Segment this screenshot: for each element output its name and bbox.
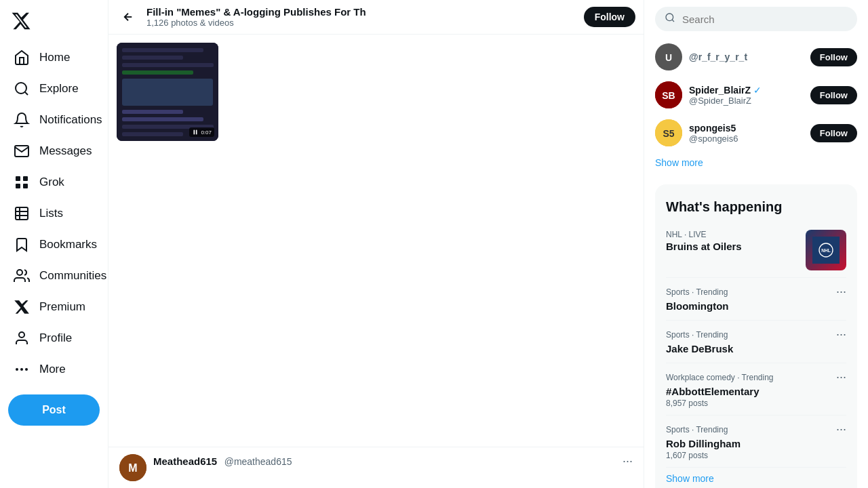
show-more-trending[interactable]: Show more (666, 468, 846, 488)
search-bar (655, 7, 857, 31)
user-info-sponge: spongeis5 @spongeis6 (689, 123, 804, 144)
svg-rect-4 (16, 184, 20, 188)
tweet-more-button[interactable]: ··· (623, 454, 633, 468)
svg-rect-6 (16, 207, 28, 220)
sidebar-item-bookmarks[interactable]: Bookmarks (3, 230, 105, 260)
gallery-image-item[interactable]: 0:07 (117, 43, 218, 141)
sidebar-profile-label: Profile (39, 331, 72, 345)
trending-count-4: 1,607 posts (666, 451, 846, 460)
person-icon (14, 330, 30, 346)
show-more-users[interactable]: Show more (655, 152, 857, 174)
sidebar-item-more[interactable]: More (3, 354, 105, 384)
nhl-thumbnail: NHL (806, 230, 846, 270)
trending-topic-3: #AbbottElementary (666, 386, 846, 397)
svg-text:S5: S5 (663, 128, 674, 139)
lists-icon (14, 205, 30, 222)
follow-button-0[interactable]: Follow (810, 48, 857, 66)
sidebar-item-profile[interactable]: Profile (3, 323, 105, 353)
home-icon (14, 49, 30, 66)
trending-meta-text-1: Sports · Trending (666, 287, 728, 297)
user-display-name-0: @r_f_r_y_r_t (689, 52, 747, 62)
x-logo[interactable] (0, 5, 108, 39)
tweet-avatar: M (119, 454, 146, 481)
sidebar-item-grok[interactable]: Grok (3, 167, 105, 197)
post-button[interactable]: Post (8, 394, 100, 426)
trending-item-4[interactable]: Sports · Trending ··· Rob Dillingham 1,6… (666, 415, 846, 468)
svg-text:M: M (128, 462, 137, 474)
left-sidebar: Home Explore Notifications Messages (0, 0, 108, 488)
user-avatar-spider: SB (655, 81, 682, 108)
user-info-spider: Spider_BlairZ ✓ @Spider_BlairZ (689, 85, 804, 106)
tweet-row: M Meathead615 @meathead615 ··· (108, 447, 644, 488)
svg-point-0 (16, 83, 26, 94)
suggested-user-spider: SB Spider_BlairZ ✓ @Spider_BlairZ Follow (655, 76, 857, 114)
sidebar-messages-label: Messages (39, 144, 92, 158)
gallery-image: 0:07 (117, 43, 218, 141)
gallery-header-text: Fill-in "Memes" & A-logging Publishes Fo… (146, 6, 577, 28)
sidebar-item-messages[interactable]: Messages (3, 136, 105, 166)
suggested-user-sponge: S5 spongeis5 @spongeis6 Follow (655, 114, 857, 152)
sidebar-more-label: More (39, 363, 66, 376)
gallery-subtitle: 1,126 photos & videos (146, 18, 577, 28)
sidebar-premium-label: Premium (39, 300, 85, 314)
trending-item-0[interactable]: NHL · LIVE Bruins at Oilers NHL (666, 223, 846, 278)
search-input[interactable] (682, 14, 848, 25)
gallery-content: 0:07 (108, 35, 644, 447)
svg-text:U: U (665, 52, 672, 63)
nhl-text: NHL · LIVE Bruins at Oilers (666, 230, 742, 253)
follow-button-sponge[interactable]: Follow (810, 124, 857, 142)
trending-item-2[interactable]: Sports · Trending ··· Jake DeBrusk (666, 321, 846, 363)
bookmark-icon (14, 237, 30, 253)
gallery-title: Fill-in "Memes" & A-logging Publishes Fo… (146, 6, 577, 18)
user-avatar-sponge: S5 (655, 119, 682, 146)
trending-item-3[interactable]: Workplace comedy · Trending ··· #AbbottE… (666, 363, 846, 415)
svg-point-11 (19, 332, 24, 338)
grok-icon (14, 174, 30, 190)
tweet-user-info: Meathead615 @meathead615 (153, 455, 292, 468)
sidebar-item-premium[interactable]: Premium (3, 292, 105, 322)
whats-happening-title: What's happening (666, 199, 846, 215)
trending-item-1[interactable]: Sports · Trending ··· Bloomington (666, 278, 846, 321)
trending-more-3[interactable]: ··· (836, 370, 846, 384)
svg-point-12 (20, 368, 23, 371)
trending-meta-0: NHL · LIVE (666, 230, 742, 239)
gallery-header: Fill-in "Memes" & A-logging Publishes Fo… (108, 0, 644, 35)
communities-icon (14, 268, 30, 284)
trending-more-2[interactable]: ··· (836, 327, 846, 342)
explore-icon (14, 81, 30, 97)
tweet-display-name: Meathead615 (153, 455, 217, 467)
back-button[interactable] (117, 5, 140, 28)
sidebar-item-explore[interactable]: Explore (3, 74, 105, 104)
sidebar-grok-label: Grok (39, 176, 64, 189)
trending-more-4[interactable]: ··· (836, 422, 846, 436)
sidebar-item-lists[interactable]: Lists (3, 199, 105, 228)
sidebar-item-notifications[interactable]: Notifications (3, 105, 105, 135)
sidebar-lists-label: Lists (39, 207, 63, 220)
svg-rect-2 (16, 176, 20, 181)
trending-meta-text-3: Workplace comedy · Trending (666, 373, 774, 382)
follow-button-spider[interactable]: Follow (810, 86, 857, 104)
user-handle-sponge: @spongeis6 (689, 134, 804, 144)
more-icon (14, 361, 30, 378)
bell-icon (14, 112, 30, 128)
trending-meta-text-4: Sports · Trending (666, 425, 728, 434)
sidebar-item-communities[interactable]: Communities (3, 261, 105, 291)
sidebar-item-home[interactable]: Home (3, 43, 105, 73)
trending-meta-text-2: Sports · Trending (666, 330, 728, 340)
tweet-header: Meathead615 @meathead615 ··· (153, 454, 633, 468)
main-content: Fill-in "Memes" & A-logging Publishes Fo… (108, 0, 644, 488)
svg-rect-5 (23, 184, 28, 188)
svg-rect-16 (194, 130, 195, 135)
tweet-body: Meathead615 @meathead615 ··· (153, 454, 633, 468)
search-icon (665, 12, 675, 26)
svg-point-20 (666, 14, 673, 21)
suggested-users-section: U @r_f_r_y_r_t Follow SB Spider_BlairZ (655, 38, 857, 174)
user-handle-spider: @Spider_BlairZ (689, 96, 804, 106)
trending-topic-2: Jake DeBrusk (666, 343, 846, 354)
user-display-name-spider: Spider_BlairZ (689, 85, 751, 96)
gallery-follow-button[interactable]: Follow (584, 7, 635, 27)
svg-rect-3 (23, 176, 28, 181)
trending-more-1[interactable]: ··· (836, 285, 846, 299)
user-info-0: @r_f_r_y_r_t (689, 52, 804, 62)
user-name-row-0: @r_f_r_y_r_t (689, 52, 804, 62)
